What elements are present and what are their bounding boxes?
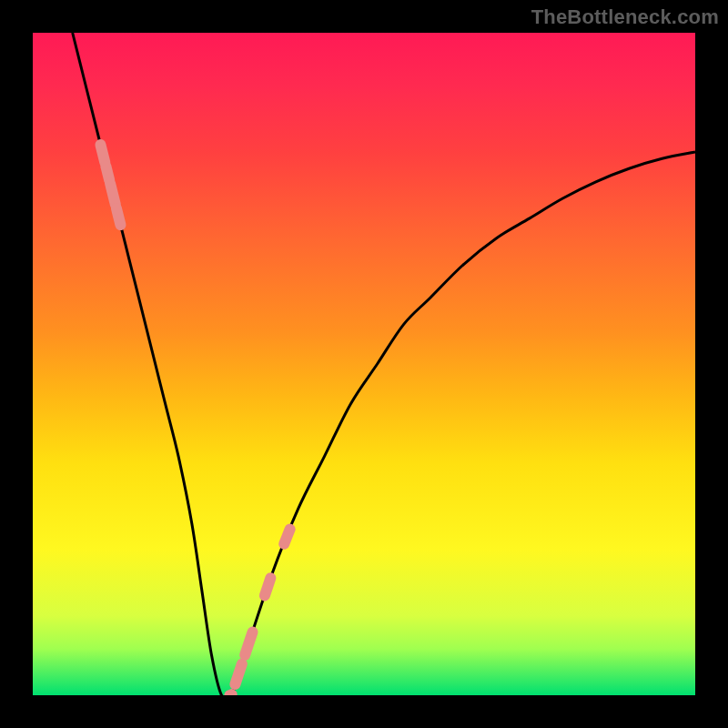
accent-segment xyxy=(245,632,252,655)
accent-segment xyxy=(284,530,289,544)
accent-segment xyxy=(110,184,116,205)
accent-segment xyxy=(229,694,231,695)
chart-svg xyxy=(33,33,695,695)
bottleneck-curve xyxy=(73,33,695,695)
watermark-text: TheBottleneck.com xyxy=(531,5,719,29)
plot-area xyxy=(33,33,695,695)
chart-stage: TheBottleneck.com xyxy=(0,0,728,728)
accent-segment xyxy=(265,578,270,595)
accent-segment xyxy=(235,664,241,684)
accent-segment xyxy=(100,145,105,163)
accent-segment xyxy=(116,208,121,225)
